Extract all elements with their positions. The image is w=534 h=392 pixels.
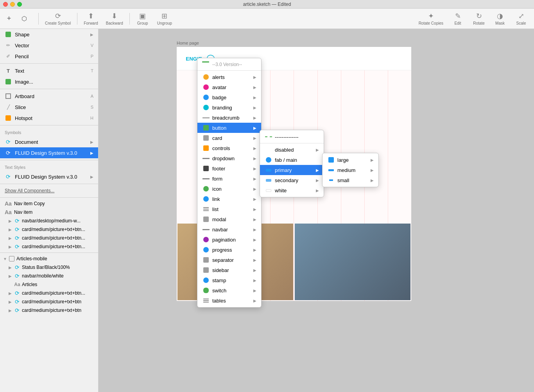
nav-item[interactable]: Aa Nav item [0, 208, 98, 217]
edit-button[interactable]: ✎ Edit [448, 10, 468, 27]
submenu-stamp[interactable]: stamp ▶ [197, 275, 261, 285]
menu-item-fluid-text[interactable]: ⟳ FLUID Design System v.3.0 ▶ [0, 171, 98, 182]
scale-button[interactable]: ⤢ Scale [511, 10, 531, 27]
mask-icon: ◑ [497, 12, 503, 20]
symbols-section-header: Symbols [0, 127, 98, 136]
fluid-submenu[interactable]: --3.0 Version-- alerts ▶ avatar ▶ badge … [197, 58, 262, 308]
menu-item-hotspot[interactable]: Hotspot H [0, 113, 98, 124]
show-all-components[interactable]: Show All Components... [0, 186, 98, 196]
layer-card-1[interactable]: ▶ ⟳ card/medium/picture+txt+btn... [0, 225, 98, 234]
forward-button[interactable]: ⬆ Forward [81, 10, 101, 27]
backward-icon: ⬇ [111, 12, 117, 20]
group-label: Group [137, 21, 148, 25]
submenu-form[interactable]: form ▶ [197, 174, 261, 184]
menu-item-vector[interactable]: ✏ Vector V [0, 40, 98, 51]
vector-icon: ✏ [5, 42, 12, 49]
toolbar-separator-3 [129, 13, 130, 25]
ungroup-icon: ⊞ [161, 12, 167, 20]
add-button[interactable]: + [3, 13, 15, 24]
menu-item-text[interactable]: T Text T [0, 65, 98, 76]
layer-status-bar[interactable]: ▶ ⟳ Status Bar/Black/100% [0, 263, 98, 272]
submenu-progress[interactable]: progress ▶ [197, 245, 261, 255]
layer-navbar-desktop[interactable]: ▶ ⟳ navbar/desktop/medium-w... [0, 217, 98, 225]
menu-item-pencil[interactable]: ✐ Pencil P [0, 51, 98, 62]
menu-item-document[interactable]: ⟳ Document ▶ [0, 136, 98, 147]
layer-card-3[interactable]: ▶ ⟳ card/medium/picture+txt+btn... [0, 242, 98, 251]
btn-submenu-fab[interactable]: fab / main [260, 155, 324, 165]
btn-submenu-dashed[interactable]: -------------- [260, 132, 324, 142]
layers-toggle-button[interactable]: ⬡ [16, 13, 32, 24]
btn-submenu-primary[interactable]: primary ▶ [260, 165, 324, 175]
scale-label: Scale [516, 21, 526, 25]
ungroup-button[interactable]: ⊞ Ungroup [154, 10, 175, 27]
submenu-avatar[interactable]: avatar ▶ [197, 82, 261, 92]
main-layout: Shape ▶ ✏ Vector V ✐ Pencil P T Text T I [0, 29, 534, 392]
submenu-alerts[interactable]: alerts ▶ [197, 72, 261, 82]
toolbar-separator-2 [77, 13, 77, 25]
forward-icon: ⬆ [88, 12, 94, 20]
primary-submenu[interactable]: large ▶ medium ▶ small ▶ [322, 153, 379, 187]
layer-card-mobile-2[interactable]: ▶ ⟳ card/medium/picture+txt+btn [0, 297, 98, 306]
submenu-footer[interactable]: footer ▶ [197, 163, 261, 174]
fluid-text-icon: ⟳ [5, 173, 12, 180]
rotate-button[interactable]: ↻ Rotate [469, 10, 489, 27]
layer-navbar-mobile[interactable]: ▶ ⟳ navbar/mobile/white [0, 272, 98, 280]
submenu-button[interactable]: button ▶ [197, 123, 261, 133]
create-symbol-icon: ⟳ [55, 12, 61, 20]
submenu-card[interactable]: card ▶ [197, 133, 261, 143]
canvas-area[interactable]: Home page ENGIE [99, 29, 534, 392]
primary-medium[interactable]: medium ▶ [323, 165, 378, 175]
create-symbol-button[interactable]: ⟳ Create Symbol [42, 10, 74, 27]
minimize-button[interactable] [10, 2, 15, 7]
menu-item-artboard[interactable]: Artboard A [0, 91, 98, 102]
close-button[interactable] [3, 2, 8, 7]
primary-large[interactable]: large ▶ [323, 155, 378, 165]
forward-label: Forward [84, 21, 98, 25]
layer-articles-mobile[interactable]: ▼ Articles-mobile [0, 254, 98, 263]
menu-item-shape[interactable]: Shape ▶ [0, 29, 98, 40]
layer-card-mobile-1[interactable]: ▶ ⟳ card/medium/picture+txt+btn... [0, 289, 98, 297]
layers-icon: ⬡ [22, 15, 27, 22]
submenu-separator[interactable]: separator ▶ [197, 255, 261, 265]
rotate-copies-button[interactable]: ✦ Rotate Copies [416, 10, 446, 27]
nav-item-copy[interactable]: Aa Nav item Copy [0, 199, 98, 208]
hotspot-icon [5, 115, 12, 122]
layer-card-mobile-3[interactable]: ▶ ⟳ card/medium/picture+txt+btn [0, 306, 98, 315]
submenu-controls[interactable]: controls ▶ [197, 143, 261, 153]
mask-button[interactable]: ◑ Mask [490, 10, 510, 27]
group-button[interactable]: ▣ Group [133, 10, 152, 27]
submenu-navbar[interactable]: navbar ▶ [197, 224, 261, 234]
btn-submenu-disabled[interactable]: disabled ▶ [260, 145, 324, 155]
submenu-modal[interactable]: modal ▶ [197, 214, 261, 224]
submenu-icon[interactable]: icon ▶ [197, 184, 261, 194]
submenu-branding[interactable]: branding ▶ [197, 102, 261, 113]
rotate-copies-icon: ✦ [428, 12, 434, 20]
submenu-breadcrumb[interactable]: breadcrumb ▶ [197, 113, 261, 123]
submenu-tables[interactable]: tables ▶ [197, 295, 261, 306]
secondary-image [295, 224, 410, 300]
menu-item-image[interactable]: Image... [0, 76, 98, 87]
submenu-switch[interactable]: switch ▶ [197, 285, 261, 295]
menu-divider-5 [0, 184, 98, 184]
submenu-pagination[interactable]: pagination ▶ [197, 234, 261, 245]
button-submenu[interactable]: -------------- disabled ▶ fab / main pri… [260, 130, 324, 197]
submenu-link[interactable]: link ▶ [197, 194, 261, 204]
layer-card-2[interactable]: ▶ ⟳ card/medium/picture+txt+btn... [0, 234, 98, 242]
submenu-sidebar[interactable]: sidebar ▶ [197, 265, 261, 275]
submenu-badge[interactable]: badge ▶ [197, 92, 261, 102]
menu-item-fluid[interactable]: ⟳ FLUID Design System v.3.0 ▶ [0, 147, 98, 158]
layer-articles[interactable]: Aa Articles [0, 280, 98, 289]
left-sidebar: Shape ▶ ✏ Vector V ✐ Pencil P T Text T I [0, 29, 99, 392]
mask-label: Mask [495, 21, 505, 25]
menu-item-slice[interactable]: ╱ Slice S [0, 102, 98, 113]
btn-submenu-white[interactable]: white ▶ [260, 185, 324, 195]
menu-divider-6 [0, 197, 98, 198]
submenu-list[interactable]: list ▶ [197, 204, 261, 214]
submenu-dropdown[interactable]: dropdown ▶ [197, 153, 261, 163]
primary-small[interactable]: small ▶ [323, 175, 378, 185]
backward-button[interactable]: ⬇ Backward [103, 10, 126, 27]
fullscreen-button[interactable] [17, 2, 22, 7]
image-icon [5, 78, 12, 85]
btn-submenu-secondary[interactable]: secondary ▶ [260, 175, 324, 185]
toolbar-separator-1 [38, 13, 39, 25]
